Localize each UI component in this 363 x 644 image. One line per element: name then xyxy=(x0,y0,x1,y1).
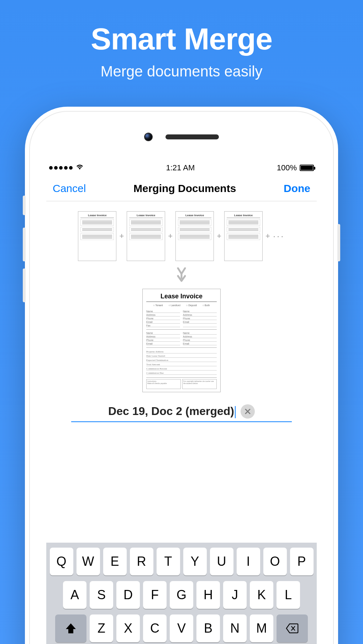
key-o[interactable]: O xyxy=(263,548,287,575)
speaker-grille-icon xyxy=(165,134,219,139)
phone-mute-switch xyxy=(23,196,26,215)
key-t[interactable]: T xyxy=(157,548,180,575)
source-documents-row: Lease Invoice + Lease Invoice + Lease In… xyxy=(46,201,317,261)
page-title: Merging Documents xyxy=(133,182,236,195)
key-r[interactable]: R xyxy=(130,548,153,575)
key-f[interactable]: F xyxy=(143,581,167,609)
app-screen: 1:21 AM 100% Cancel Merging Documents Do… xyxy=(46,160,317,644)
merge-arrow-icon xyxy=(46,267,317,284)
hero-title: Smart Merge xyxy=(0,21,363,57)
cancel-button[interactable]: Cancel xyxy=(53,182,86,195)
plus-icon: + xyxy=(168,231,173,241)
status-bar: 1:21 AM 100% xyxy=(46,160,317,176)
source-thumbnail[interactable]: Lease Invoice xyxy=(127,211,165,261)
backspace-key[interactable] xyxy=(277,614,308,642)
wifi-icon xyxy=(75,163,84,172)
key-y[interactable]: Y xyxy=(183,548,207,575)
source-thumbnail[interactable]: Lease Invoice xyxy=(224,211,263,261)
key-u[interactable]: U xyxy=(210,548,233,575)
source-thumbnail[interactable]: Lease Invoice xyxy=(175,211,214,261)
key-v[interactable]: V xyxy=(170,614,193,642)
hero-subtitle: Merge documents easily xyxy=(0,63,363,80)
key-s[interactable]: S xyxy=(90,581,113,609)
navigation-bar: Cancel Merging Documents Done xyxy=(46,176,317,201)
document-options: TenantLandlordDepositBoth xyxy=(146,304,217,307)
close-icon xyxy=(244,408,251,415)
more-documents-icon[interactable]: ··· xyxy=(273,231,285,242)
key-n[interactable]: N xyxy=(223,614,247,642)
rename-field-container: Dec 19, Doc 2 (merged) xyxy=(71,404,292,422)
key-w[interactable]: W xyxy=(77,548,100,575)
phone-sensor-bar xyxy=(30,124,333,149)
done-button[interactable]: Done xyxy=(284,182,310,195)
phone-volume-down xyxy=(23,268,26,302)
key-z[interactable]: Z xyxy=(90,614,113,642)
key-l[interactable]: L xyxy=(277,581,300,609)
status-time: 1:21 AM xyxy=(166,163,195,172)
battery-percent: 100% xyxy=(277,163,297,172)
key-q[interactable]: Q xyxy=(50,548,73,575)
key-k[interactable]: K xyxy=(250,581,273,609)
key-p[interactable]: P xyxy=(290,548,314,575)
key-m[interactable]: M xyxy=(250,614,273,642)
clear-text-button[interactable] xyxy=(241,404,255,419)
plus-icon: + xyxy=(217,231,221,241)
phone-power-button xyxy=(337,224,340,261)
key-c[interactable]: C xyxy=(143,614,167,642)
key-b[interactable]: B xyxy=(196,614,220,642)
shift-key[interactable] xyxy=(55,614,86,642)
plus-icon: + xyxy=(265,231,270,241)
key-a[interactable]: A xyxy=(63,581,86,609)
filename-input[interactable]: Dec 19, Doc 2 (merged) xyxy=(108,405,236,418)
key-g[interactable]: G xyxy=(170,581,193,609)
key-h[interactable]: H xyxy=(196,581,220,609)
document-title: Lease Invoice xyxy=(146,293,217,302)
marketing-hero: Smart Merge Merge documents easily xyxy=(0,0,363,80)
key-d[interactable]: D xyxy=(116,581,140,609)
text-cursor-icon xyxy=(235,406,236,418)
key-j[interactable]: J xyxy=(223,581,247,609)
phone-frame: 1:21 AM 100% Cancel Merging Documents Do… xyxy=(25,107,338,644)
signal-dots-icon xyxy=(49,166,73,170)
plus-icon: + xyxy=(119,231,124,241)
front-camera-icon xyxy=(144,133,153,141)
keyboard: QWERTYUIOP ASDFGHJKL ZXCVBNM xyxy=(46,543,317,644)
source-thumbnail[interactable]: Lease Invoice xyxy=(78,211,116,261)
key-x[interactable]: X xyxy=(116,614,140,642)
battery-icon xyxy=(300,165,314,171)
phone-volume-up xyxy=(23,228,26,261)
key-i[interactable]: I xyxy=(237,548,260,575)
merged-document-preview[interactable]: Lease Invoice TenantLandlordDepositBoth … xyxy=(142,289,221,392)
key-e[interactable]: E xyxy=(103,548,127,575)
